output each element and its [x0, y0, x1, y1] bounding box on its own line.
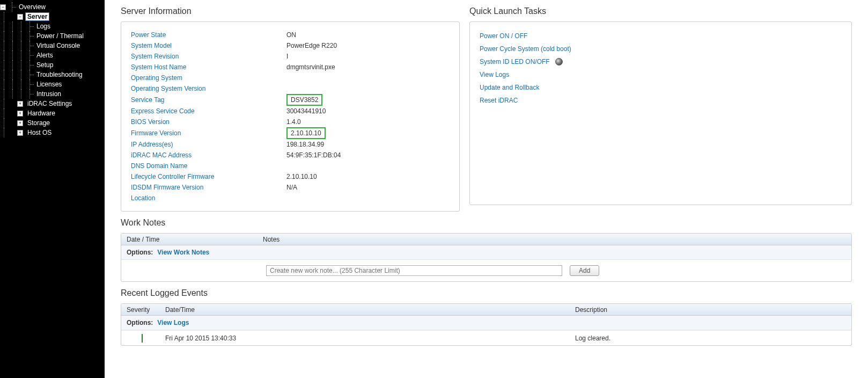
tree-node-child[interactable]: Licenses: [0, 79, 104, 89]
info-label[interactable]: Service Tag: [131, 96, 286, 104]
info-row: Power State ON: [131, 30, 450, 40]
tree-label: Setup: [34, 61, 55, 69]
info-label[interactable]: Lifecycle Controller Firmware: [131, 173, 286, 180]
col-severity: Severity: [121, 306, 165, 314]
info-value: I: [286, 53, 288, 60]
info-value: PowerEdge R220: [286, 42, 337, 49]
info-label[interactable]: DNS Domain Name: [131, 162, 286, 170]
tree-node-child[interactable]: Setup: [0, 60, 104, 70]
nav-tree: − Overview − Server Logs Power / Thermal…: [0, 0, 104, 378]
info-label[interactable]: Firmware Version: [131, 129, 286, 137]
info-label[interactable]: Location: [131, 194, 286, 202]
tree-node-child[interactable]: Virtual Console: [0, 41, 104, 50]
event-datetime: Fri Apr 10 2015 13:40:33: [165, 335, 575, 342]
tree-node-item[interactable]: + Host OS: [0, 128, 104, 137]
info-row: iDRAC MAC Address 54:9F:35:1F:DB:04: [131, 150, 450, 161]
info-value: 2.10.10.10: [286, 173, 317, 180]
tree-label: Power / Thermal: [34, 32, 86, 40]
info-label[interactable]: iDRAC MAC Address: [131, 151, 286, 159]
quick-launch-link[interactable]: Power ON / OFF: [480, 30, 842, 42]
quick-launch-link[interactable]: Power Cycle System (cold boot): [480, 42, 842, 55]
quick-launch-link[interactable]: View Logs: [480, 68, 842, 81]
expand-icon[interactable]: +: [17, 130, 23, 136]
info-row: IP Address(es) 198.18.34.99: [131, 139, 450, 150]
info-value: 30043441910: [286, 107, 326, 115]
quick-launch-link[interactable]: System ID LED ON/OFF: [480, 55, 842, 68]
tree-label: Logs: [34, 22, 53, 31]
view-logs-link[interactable]: View Logs: [157, 319, 189, 326]
options-label: Options:: [127, 319, 153, 326]
tree-node-overview[interactable]: − Overview: [0, 2, 104, 12]
tree-node-server[interactable]: − Server: [0, 12, 104, 21]
server-info-title: Server Information: [121, 6, 460, 16]
work-notes-options: Options: View Work Notes: [121, 245, 851, 260]
event-description: Log cleared.: [575, 335, 851, 342]
info-value: 1.4.0: [286, 118, 301, 126]
events-title: Recent Logged Events: [121, 288, 852, 298]
info-label[interactable]: IP Address(es): [131, 141, 286, 148]
tree-node-child[interactable]: Alerts: [0, 50, 104, 60]
work-note-input[interactable]: [266, 265, 562, 276]
server-info-panel: Power State ON System Model PowerEdge R2…: [121, 21, 460, 212]
led-icon: [555, 58, 563, 66]
tree-node-child[interactable]: Troubleshooting: [0, 70, 104, 79]
tree-node-item[interactable]: + iDRAC Settings: [0, 99, 104, 108]
info-label[interactable]: Operating System Version: [131, 85, 286, 92]
info-row: Operating System Version: [131, 83, 450, 94]
collapse-icon[interactable]: −: [17, 14, 23, 20]
tree-node-item[interactable]: + Storage: [0, 118, 104, 128]
events-header: Severity Date/Time Description: [121, 304, 851, 316]
quick-launch-link[interactable]: Update and Rollback: [480, 81, 842, 94]
ok-icon: [142, 334, 143, 343]
tree-node-item[interactable]: + Hardware: [0, 108, 104, 118]
info-label[interactable]: IDSDM Firmware Version: [131, 184, 286, 191]
options-label: Options:: [127, 249, 153, 256]
info-value: 2.10.10.10: [286, 127, 326, 139]
events-panel: Severity Date/Time Description Options: …: [121, 303, 852, 346]
tree-label: iDRAC Settings: [25, 99, 74, 108]
info-value: 54:9F:35:1F:DB:04: [286, 151, 341, 159]
add-button[interactable]: Add: [570, 265, 599, 276]
tree-node-child[interactable]: Logs: [0, 21, 104, 31]
info-label[interactable]: Power State: [131, 31, 286, 39]
info-row: Lifecycle Controller Firmware 2.10.10.10: [131, 171, 450, 182]
tree-label: Overview: [17, 3, 48, 11]
col-datetime: Date/Time: [165, 306, 575, 314]
info-row: Firmware Version 2.10.10.10: [131, 127, 450, 139]
main-content: Server Information Power State ON System…: [104, 0, 868, 378]
quick-launch-title: Quick Launch Tasks: [469, 6, 852, 16]
view-work-notes-link[interactable]: View Work Notes: [157, 249, 209, 256]
col-notes: Notes: [261, 236, 851, 243]
info-label[interactable]: BIOS Version: [131, 118, 286, 126]
work-notes-panel: Date / Time Notes Options: View Work Not…: [121, 233, 852, 282]
info-row: System Host Name dmgmtsrvinit.pxe: [131, 62, 450, 72]
info-label[interactable]: System Model: [131, 42, 286, 49]
info-value: dmgmtsrvinit.pxe: [286, 63, 335, 71]
tree-node-child[interactable]: Power / Thermal: [0, 31, 104, 41]
expand-icon[interactable]: +: [17, 111, 23, 117]
expand-icon[interactable]: +: [17, 101, 23, 107]
info-row: System Model PowerEdge R220: [131, 40, 450, 51]
info-label[interactable]: Operating System: [131, 74, 286, 82]
info-row: IDSDM Firmware Version N/A: [131, 182, 450, 193]
info-row: Express Service Code 30043441910: [131, 106, 450, 117]
info-label[interactable]: Express Service Code: [131, 107, 286, 115]
events-options: Options: View Logs: [121, 316, 851, 330]
tree-label: Server: [25, 12, 49, 21]
quick-launch-panel: Power ON / OFFPower Cycle System (cold b…: [469, 21, 852, 205]
quick-launch-link[interactable]: Reset iDRAC: [480, 94, 842, 107]
info-label[interactable]: System Revision: [131, 53, 286, 60]
info-label[interactable]: System Host Name: [131, 63, 286, 71]
tree-label: Troubleshooting: [34, 70, 85, 79]
tree-label: Host OS: [25, 128, 54, 137]
info-value: N/A: [286, 184, 297, 191]
work-notes-header: Date / Time Notes: [121, 234, 851, 245]
info-row: Operating System: [131, 72, 450, 83]
tree-label: Virtual Console: [34, 41, 82, 50]
tree-node-child[interactable]: Intrusion: [0, 89, 104, 99]
col-date-time: Date / Time: [121, 236, 261, 243]
col-description: Description: [575, 306, 851, 314]
collapse-icon[interactable]: −: [0, 4, 6, 10]
tree-label: Storage: [25, 119, 52, 127]
expand-icon[interactable]: +: [17, 120, 23, 126]
